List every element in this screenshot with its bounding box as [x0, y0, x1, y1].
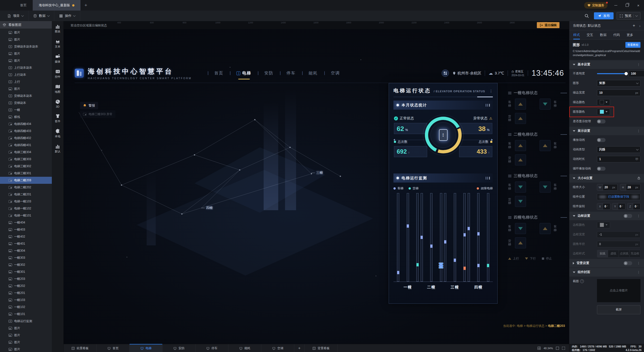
fullscreen-icon[interactable] — [562, 347, 565, 350]
rotate-y-input[interactable]: Y0° — [612, 203, 625, 210]
layer-item[interactable]: 图片 — [0, 57, 52, 64]
board-tab-能耗[interactable]: 能耗 — [228, 344, 261, 352]
stroke-color-picker[interactable] — [597, 99, 610, 106]
elevator-direction-tile[interactable] — [515, 140, 526, 151]
collapse-panel-icon[interactable]: › — [639, 24, 640, 28]
app-tab[interactable]: 海创科技中心_最新版 — [33, 0, 80, 11]
section-menu-icon[interactable]: ⋮ — [637, 63, 640, 66]
layer-item[interactable]: 图片 — [0, 332, 52, 339]
add-board-button[interactable]: + — [294, 344, 305, 352]
elevator-status-panel[interactable]: 电梯运行状态 / ELEVATOR OPERATION STATUS ⋮ 本月状… — [389, 83, 498, 304]
elevator-marker[interactable] — [416, 263, 419, 266]
layer-item[interactable]: 电梯三幢304 — [0, 149, 52, 156]
layer-item[interactable]: 电梯四幢403 — [0, 127, 52, 135]
fit-grid-icon[interactable] — [538, 347, 541, 350]
border-color-picker[interactable] — [597, 222, 610, 228]
position-binding[interactable]: 已设置数据字段 — [597, 194, 640, 200]
selection-handle[interactable] — [442, 263, 443, 264]
play-anim-toggle[interactable] — [597, 138, 606, 142]
screenshot-button[interactable]: 截屏 — [597, 305, 640, 314]
elevator-direction-tile[interactable] — [515, 223, 526, 234]
zoom-level[interactable]: 48.34% — [544, 347, 553, 350]
board-tab-前景看板[interactable]: 前景看板 — [64, 344, 97, 352]
nav-电梯[interactable]: 电梯 — [230, 71, 258, 76]
tool-地图[interactable]: 地图 — [55, 84, 60, 94]
exit-edit-button[interactable]: 退出编辑 — [537, 22, 559, 28]
layer-item[interactable]: 一幢303 — [0, 254, 52, 261]
loop-anim-toggle[interactable] — [597, 167, 606, 171]
alert-item[interactable]: 电梯三幢303 异常 — [80, 110, 115, 118]
minimize-button[interactable] — [610, 0, 621, 11]
layer-item[interactable]: 电梯一幢101 — [0, 212, 52, 219]
layer-item[interactable]: A货梯副本 — [0, 99, 52, 106]
elevator-marker[interactable] — [407, 224, 409, 228]
apps-grid-icon[interactable] — [441, 69, 449, 77]
elevator-marker[interactable] — [444, 240, 446, 243]
layer-item[interactable]: 电梯四幢401 — [0, 142, 52, 149]
nav-首页[interactable]: 首页 — [208, 71, 230, 76]
height-input[interactable]: H28px — [620, 184, 641, 191]
section-basic[interactable]: 基本设置 ⋮ — [569, 60, 644, 69]
section-display[interactable]: 展示设置 ⋮ — [569, 127, 644, 135]
layer-item[interactable]: 电梯三幢301 — [0, 170, 52, 177]
elevator-marker[interactable] — [477, 264, 479, 267]
layer-item[interactable]: 电梯一幢103 — [0, 198, 52, 205]
tool-套件[interactable]: 套件 — [55, 113, 60, 123]
border-style-无边框[interactable]: 无边框 — [630, 250, 640, 257]
tool-默认[interactable]: 默认 — [55, 144, 60, 153]
menu-item-数据[interactable]: 数据 — [28, 11, 54, 21]
section-menu-icon[interactable]: ⋮ — [637, 261, 640, 265]
layer-item[interactable]: 一幢304 — [0, 247, 52, 254]
border-width-input[interactable]: -1px — [597, 231, 640, 238]
slider-knob[interactable] — [625, 72, 628, 75]
rotate-x-input[interactable]: X0° — [597, 203, 610, 210]
layer-item[interactable]: 电梯四幢404 — [0, 120, 52, 127]
publish-button[interactable]: 发布 — [594, 12, 614, 19]
elevator-marker[interactable] — [463, 267, 466, 270]
upload-image-area[interactable]: 点击上传图片 — [597, 279, 640, 302]
board-tab-空调[interactable]: 空调 — [261, 344, 294, 352]
layer-item[interactable]: 一幢103 — [0, 296, 52, 303]
layer-item[interactable]: 图片 — [0, 346, 52, 352]
layer-item[interactable]: 一幢203 — [0, 275, 52, 282]
corner-radius-input[interactable]: 0px — [597, 241, 640, 247]
3d-scene[interactable]: 四幢 三幢 警报 电梯三幢303 异常 海创科技中心智慧平台 HAICHUANG… — [64, 29, 569, 344]
tab-数据[interactable]: 数据 — [600, 30, 607, 39]
tab-代码[interactable]: 代码 — [613, 30, 620, 39]
editor-canvas[interactable]: 4006008001000120014001600180020002200240… — [64, 21, 569, 344]
restore-button[interactable] — [621, 0, 633, 11]
elevator-marker[interactable] — [477, 232, 479, 236]
section-border[interactable]: 边框设置 ⋮ — [569, 212, 644, 220]
layer-item[interactable]: 图片 — [0, 325, 52, 332]
selected-elevator-marker[interactable] — [439, 263, 442, 268]
nav-空调[interactable]: 空调 — [324, 71, 346, 76]
background-board-tab[interactable]: 背景看板 — [305, 344, 338, 352]
alert-chip[interactable]: 警报 — [80, 102, 98, 109]
help-icon[interactable]: ? — [580, 279, 584, 283]
section-menu-icon[interactable]: ⋮ — [637, 214, 640, 218]
elevator-marker[interactable] — [454, 259, 456, 262]
elevator-marker[interactable] — [397, 271, 399, 274]
selection-handle[interactable] — [442, 265, 443, 266]
elevator-direction-tile[interactable] — [515, 196, 526, 207]
tool-文本[interactable]: 文本 — [55, 39, 60, 49]
layer-item[interactable]: 图片 — [0, 85, 52, 92]
layer-item[interactable]: A货梯副本副本 — [0, 92, 52, 99]
elevator-marker[interactable] — [430, 245, 432, 248]
shape-color-picker[interactable] — [597, 109, 610, 115]
add-state-button[interactable]: + — [633, 23, 635, 28]
layer-item[interactable]: 电梯一幢102 — [0, 205, 52, 212]
tool-图表[interactable]: 图表 — [55, 24, 60, 33]
layer-item[interactable]: 一幢101 — [0, 311, 52, 318]
nav-能耗[interactable]: 能耗 — [302, 71, 324, 76]
tool-本地[interactable]: 本地 — [55, 128, 60, 138]
border-style-虚线[interactable]: 虚线 — [608, 250, 619, 257]
elevator-marker[interactable] — [468, 227, 470, 230]
layer-item[interactable]: 图片 — [0, 50, 52, 57]
menu-item-项目[interactable]: 项目 — [3, 11, 28, 21]
layer-item[interactable]: 一幢402 — [0, 233, 52, 240]
layer-item[interactable]: 图片 — [0, 36, 52, 43]
new-tab-button[interactable]: + — [80, 0, 91, 11]
fit-screen-icon[interactable] — [556, 347, 559, 350]
layer-item[interactable]: 电梯四幢402 — [0, 135, 52, 142]
